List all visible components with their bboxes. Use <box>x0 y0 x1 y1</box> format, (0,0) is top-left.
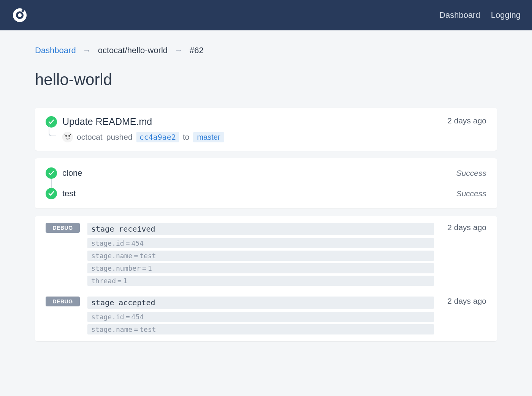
navbar: Dashboard Logging <box>0 0 532 30</box>
stage-row[interactable]: clone Success <box>46 163 486 183</box>
log-message: stage received <box>87 223 434 235</box>
commit-meta: octocat pushed cc4a9ae2 to master <box>62 132 224 142</box>
commit-title: Update README.md <box>62 116 224 127</box>
log-field: stage.number=1 <box>87 263 434 273</box>
commit-sha[interactable]: cc4a9ae2 <box>136 132 179 142</box>
breadcrumb: Dashboard → octocat/hello-world → #62 <box>35 46 497 55</box>
log-entry: DEBUG stage received stage.id=454 stage.… <box>46 223 486 286</box>
commit-branch[interactable]: master <box>193 132 224 142</box>
log-field: stage.name=test <box>87 251 434 261</box>
breadcrumb-build: #62 <box>190 46 204 55</box>
log-time: 2 days ago <box>441 297 486 306</box>
stage-status: Success <box>456 169 486 178</box>
commit-author: octocat <box>77 133 103 142</box>
check-icon <box>46 167 57 179</box>
page-title: hello-world <box>35 71 497 89</box>
commit-connector-icon <box>49 122 56 136</box>
breadcrumb-arrow-icon: → <box>174 46 183 55</box>
breadcrumb-repo[interactable]: octocat/hello-world <box>98 46 168 55</box>
stages-card: clone Success test Success <box>35 158 497 208</box>
commit-action: pushed <box>106 133 133 142</box>
log-level-badge: DEBUG <box>46 297 80 306</box>
log-time: 2 days ago <box>441 223 486 232</box>
svg-point-6 <box>68 135 70 137</box>
nav-link-logging[interactable]: Logging <box>491 10 521 20</box>
commit-card: Update README.md octocat pushed cc4a9ae2… <box>35 108 497 151</box>
commit-time: 2 days ago <box>447 116 486 125</box>
log-entry: DEBUG stage accepted stage.id=454 stage.… <box>46 297 486 334</box>
stage-name: test <box>62 189 76 199</box>
svg-point-5 <box>65 135 67 137</box>
logs-card: DEBUG stage received stage.id=454 stage.… <box>35 216 497 341</box>
svg-point-4 <box>62 132 73 142</box>
stage-row[interactable]: test Success <box>46 183 486 204</box>
logo-icon[interactable] <box>11 7 28 24</box>
breadcrumb-dashboard[interactable]: Dashboard <box>35 46 76 55</box>
check-icon <box>46 188 57 199</box>
breadcrumb-arrow-icon: → <box>83 46 91 55</box>
avatar-icon[interactable] <box>62 132 73 142</box>
commit-to-label: to <box>183 133 190 142</box>
nav-link-dashboard[interactable]: Dashboard <box>439 10 480 20</box>
log-field: stage.id=454 <box>87 238 434 248</box>
log-field: thread=1 <box>87 276 434 286</box>
stage-status: Success <box>456 189 486 198</box>
main-container: Dashboard → octocat/hello-world → #62 he… <box>19 30 513 364</box>
svg-point-2 <box>18 13 22 17</box>
log-field: stage.id=454 <box>87 312 434 322</box>
log-message: stage accepted <box>87 297 434 309</box>
log-field: stage.name=test <box>87 324 434 334</box>
nav-links: Dashboard Logging <box>439 10 521 20</box>
stage-name: clone <box>62 168 82 178</box>
log-level-badge: DEBUG <box>46 223 80 233</box>
